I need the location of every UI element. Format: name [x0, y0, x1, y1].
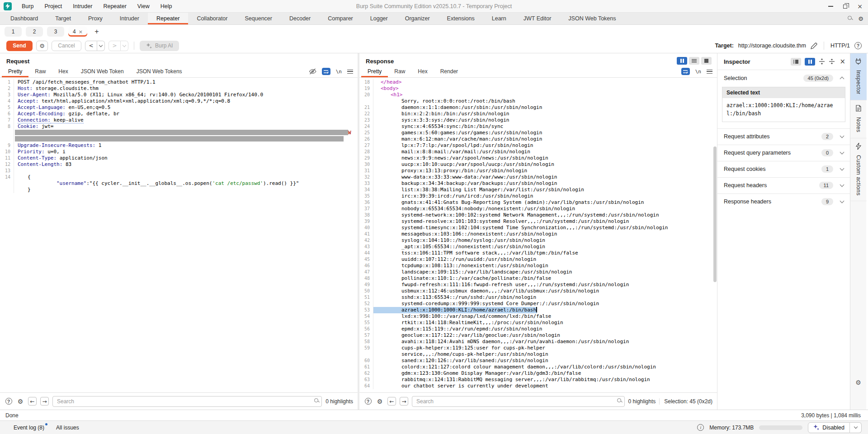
tab-json-web-tokens[interactable]: JSON Web Tokens	[560, 13, 624, 24]
repeater-tab-3[interactable]: 3	[47, 27, 64, 37]
tab-raw[interactable]: Raw	[388, 66, 411, 77]
search-settings-gear-icon[interactable]: ⚙	[376, 397, 384, 406]
search-help-icon[interactable]: ?	[365, 398, 372, 405]
tab-extensions[interactable]: Extensions	[439, 13, 483, 24]
menu-view[interactable]: View	[132, 0, 155, 13]
search-help-icon[interactable]: ?	[5, 398, 12, 405]
repeater-tab-4[interactable]: 4×	[68, 27, 87, 37]
tab-json-web-token[interactable]: JSON Web Token	[75, 66, 130, 77]
send-settings-gear-icon[interactable]: ⚙	[36, 41, 48, 51]
section-header-request-headers[interactable]: Request headers11	[717, 178, 850, 193]
tab-repeater[interactable]: Repeater	[148, 13, 188, 24]
help-icon[interactable]: ?	[854, 42, 862, 49]
sidebar-tab-custom-actions[interactable]: Custom actions	[850, 138, 867, 202]
scrollbar-thumb[interactable]	[713, 146, 717, 282]
close-icon[interactable]: ×	[857, 3, 863, 9]
http-version-selector[interactable]: HTTP/1	[830, 42, 850, 49]
tab-pretty[interactable]: Pretty	[2, 66, 28, 77]
sidebar-tab-notes[interactable]: Notes	[850, 100, 867, 138]
tab-decoder[interactable]: Decoder	[281, 13, 319, 24]
chevron-down-icon	[840, 199, 844, 203]
request-search-input[interactable]	[52, 396, 322, 407]
search-icon[interactable]	[847, 16, 853, 22]
all-issues-button[interactable]: All issues	[56, 425, 79, 431]
editor-menu-icon[interactable]	[347, 70, 353, 74]
tab-learn[interactable]: Learn	[483, 13, 515, 24]
response-search-input[interactable]	[412, 396, 625, 407]
tab-collaborator[interactable]: Collaborator	[188, 13, 236, 24]
ai-state-button[interactable]: Disabled	[808, 422, 850, 433]
ai-dropdown[interactable]	[850, 422, 862, 433]
event-log-button[interactable]: Event log (8)	[14, 425, 44, 431]
sidebar-tab-inspector[interactable]: Inspector	[850, 53, 867, 100]
section-header-response-headers[interactable]: Response headers9	[717, 194, 850, 210]
menu-project[interactable]: Project	[39, 0, 67, 13]
inspector-dock-right-icon[interactable]	[805, 58, 815, 66]
tab-dashboard[interactable]: Dashboard	[2, 13, 47, 24]
show-newlines-toggle[interactable]: \n	[695, 69, 701, 75]
tab-target[interactable]: Target	[47, 13, 80, 24]
menu-burp[interactable]: Burp	[16, 0, 39, 13]
tab-hex[interactable]: Hex	[52, 66, 74, 77]
prev-match-arrow-icon[interactable]: ←	[28, 397, 37, 406]
tab-comparer[interactable]: Comparer	[319, 13, 362, 24]
search-settings-gear-icon[interactable]: ⚙	[16, 397, 24, 406]
tab-pretty[interactable]: Pretty	[361, 66, 388, 77]
prev-match-arrow-icon[interactable]: ←	[387, 397, 396, 406]
send-button[interactable]: Send	[6, 41, 33, 51]
repeater-tab-1[interactable]: 1	[5, 27, 22, 37]
menu-help[interactable]: Help	[155, 0, 178, 13]
tab-logger[interactable]: Logger	[362, 13, 396, 24]
response-editor[interactable]: 18</head>19<body>20<h1>Sorry, root:x:0:0…	[359, 78, 717, 392]
collapse-all-icon[interactable]	[829, 58, 835, 65]
back-dropdown[interactable]	[97, 41, 105, 51]
line-number: 44	[359, 250, 373, 256]
next-match-arrow-icon[interactable]: →	[40, 397, 49, 406]
forward-dropdown[interactable]	[121, 41, 128, 51]
menu-repeater[interactable]: Repeater	[98, 0, 132, 13]
editor-menu-icon[interactable]	[707, 70, 712, 74]
line-number: 33	[359, 180, 373, 187]
section-header-request-cookies[interactable]: Request cookies1	[717, 161, 850, 177]
forward-button[interactable]: >	[108, 41, 121, 51]
burp-ai-button[interactable]: Burp AI	[140, 41, 179, 51]
repeater-tab-2[interactable]: 2	[26, 27, 43, 37]
cancel-button[interactable]: Cancel	[52, 41, 81, 51]
tab-hex[interactable]: Hex	[411, 66, 434, 77]
restore-icon[interactable]	[843, 5, 847, 9]
sidebar-settings-gear-icon[interactable]: ⚙	[855, 379, 861, 386]
section-header-request-attributes[interactable]: Request attributes2	[717, 129, 850, 145]
repeater-tab-label: 4	[73, 28, 76, 35]
add-tab-button[interactable]: +	[91, 27, 102, 37]
minimize-icon[interactable]	[828, 6, 833, 7]
layout-rows-icon[interactable]	[689, 57, 699, 65]
menu-intruder[interactable]: Intruder	[67, 0, 98, 13]
next-match-arrow-icon[interactable]: →	[400, 397, 408, 406]
back-button[interactable]: <	[85, 41, 97, 51]
layout-columns-icon[interactable]	[677, 57, 687, 65]
tab-json-web-tokens[interactable]: JSON Web Tokens	[130, 66, 189, 77]
edit-pencil-icon[interactable]	[811, 42, 817, 49]
hide-nonprinting-eye-icon[interactable]	[309, 68, 316, 75]
inspector-dock-left-icon[interactable]	[791, 58, 801, 66]
tab-intruder[interactable]: Intruder	[111, 13, 148, 24]
tab-render[interactable]: Render	[434, 66, 464, 77]
line-content: news:x:9:9:news:/var/spool/news:/usr/sbi…	[373, 155, 548, 161]
tab-organizer[interactable]: Organizer	[396, 13, 439, 24]
request-editor[interactable]: 1POST /api/fetch_messeges_from_chatbot H…	[0, 78, 358, 392]
info-icon[interactable]: i	[697, 424, 704, 431]
section-header-request-query-parameters[interactable]: Request query parameters0	[717, 145, 850, 161]
expand-all-icon[interactable]	[819, 58, 825, 65]
inspector-close-icon[interactable]: ×	[840, 57, 845, 66]
show-newlines-toggle[interactable]: \n	[336, 69, 342, 75]
settings-gear-icon[interactable]: ⚙	[858, 15, 863, 22]
tab-proxy[interactable]: Proxy	[80, 13, 111, 24]
tab-sequencer[interactable]: Sequencer	[236, 13, 280, 24]
layout-single-icon[interactable]	[701, 57, 712, 65]
soft-wrap-toggle-icon[interactable]	[681, 68, 690, 75]
tab-jwt-editor[interactable]: JWT Editor	[515, 13, 560, 24]
selection-section-header[interactable]: Selection 45 (0x2d)	[717, 70, 850, 86]
tab-raw[interactable]: Raw	[28, 66, 52, 77]
close-tab-icon[interactable]: ×	[79, 29, 83, 35]
soft-wrap-toggle-icon[interactable]	[322, 68, 330, 75]
